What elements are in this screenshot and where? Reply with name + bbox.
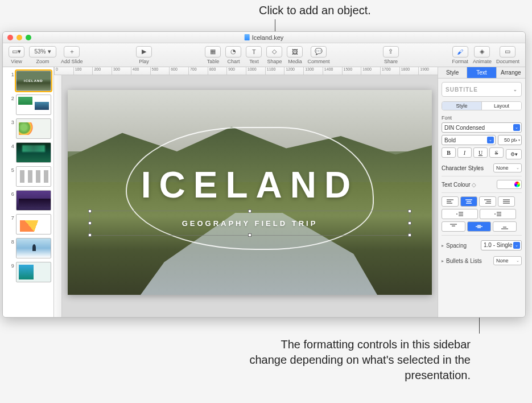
tab-text[interactable]: Text xyxy=(467,67,496,78)
slide-canvas[interactable]: ICELAND GEOGRAPHY FIELD TRIP xyxy=(62,75,438,317)
paragraph-style-popup[interactable]: SUBTITLE ⌄ xyxy=(442,82,522,97)
add-slide-button[interactable]: ＋ xyxy=(64,46,80,57)
slide-title-text[interactable]: ICELAND xyxy=(68,164,432,206)
format-label: Format xyxy=(452,59,468,64)
slide-thumb-5[interactable]: 5 xyxy=(9,166,51,187)
media-button[interactable]: 🖼 xyxy=(287,46,303,57)
resize-handle[interactable] xyxy=(88,221,92,225)
spacing-disclosure[interactable]: ▸Spacing xyxy=(442,242,467,249)
valign-top-button[interactable] xyxy=(442,221,465,232)
comment-button[interactable]: 💬 xyxy=(311,46,327,57)
annotation-bottom: The formatting controls in this sidebar … xyxy=(249,337,471,383)
thumb-num: 9 xyxy=(9,263,14,269)
thumb-image xyxy=(16,262,51,282)
slide-thumb-6[interactable]: 6 xyxy=(9,190,51,211)
share-button[interactable]: ⇪ xyxy=(383,46,399,57)
slide-thumb-3[interactable]: 3 xyxy=(9,118,51,139)
bold-button[interactable]: B xyxy=(442,147,456,158)
slide-thumb-9[interactable]: 9 xyxy=(9,262,51,282)
spacing-popup[interactable]: 1.0 - Single⌄ xyxy=(481,240,522,250)
font-size-stepper[interactable]: 50 pt▲▼ xyxy=(498,135,522,145)
minimize-button[interactable] xyxy=(17,35,22,40)
text-colour-label: Text Colour ◇ xyxy=(442,182,476,188)
selection-box[interactable] xyxy=(89,211,410,236)
zoom-menu[interactable]: 53% ▾ xyxy=(29,46,56,57)
sub-tab-style[interactable]: Style xyxy=(442,102,482,110)
slide-navigator[interactable]: 1 2 3 4 5 6 7 8 9 xyxy=(3,67,54,317)
format-button[interactable]: 🖌 xyxy=(452,46,468,57)
bullets-popup[interactable]: None⌄ xyxy=(493,256,522,265)
thumb-image xyxy=(16,142,51,163)
font-weight-popup[interactable]: Bold⌄ xyxy=(442,135,496,145)
slide-thumb-4[interactable]: 4 xyxy=(9,142,51,163)
text-button[interactable]: T xyxy=(246,46,262,57)
resize-handle[interactable] xyxy=(248,233,251,237)
thumb-num: 4 xyxy=(9,143,14,149)
ruler-tick: 1400 xyxy=(323,67,342,75)
advanced-options-button[interactable]: ⚙︎▾ xyxy=(506,149,522,159)
chart-button[interactable]: ◔ xyxy=(225,46,241,57)
text-label: Text xyxy=(249,59,259,64)
slide[interactable]: ICELAND GEOGRAPHY FIELD TRIP xyxy=(68,90,432,295)
play-button[interactable]: ▶ xyxy=(136,46,152,57)
paragraph-style-value: SUBTITLE xyxy=(446,87,478,93)
share-label: Share xyxy=(384,59,398,64)
character-styles-popup[interactable]: None⌄ xyxy=(493,163,522,172)
slide-thumb-8[interactable]: 8 xyxy=(9,238,51,258)
window-controls xyxy=(7,35,31,40)
toolbar: ▭▾ View 53% ▾ Zoom ＋ Add Slide ▶ Play ▦ … xyxy=(3,43,525,67)
disclosure-icon: ▸ xyxy=(442,258,444,264)
sub-tab-layout[interactable]: Layout xyxy=(482,102,521,110)
zoom-value: 53% xyxy=(34,48,46,55)
resize-handle[interactable] xyxy=(408,233,411,237)
slide-thumb-7[interactable]: 7 xyxy=(9,214,51,235)
format-inspector: Style Text Arrange SUBTITLE ⌄ Style Layo… xyxy=(438,67,525,317)
valign-bottom-button[interactable] xyxy=(493,221,517,232)
resize-handle[interactable] xyxy=(408,221,411,225)
stepper-arrow-icon: ▲▼ xyxy=(515,136,521,144)
align-right-button[interactable] xyxy=(479,196,496,207)
ruler-tick: 500 xyxy=(150,67,170,75)
resize-handle[interactable] xyxy=(88,209,92,213)
slide-thumb-1[interactable]: 1 xyxy=(9,71,51,91)
outdent-button[interactable] xyxy=(442,209,478,219)
resize-handle[interactable] xyxy=(88,233,92,237)
table-button[interactable]: ▦ xyxy=(205,46,221,57)
inspector-tabs: Style Text Arrange xyxy=(438,67,525,79)
strikethrough-button[interactable]: S xyxy=(489,147,504,158)
indent-controls xyxy=(442,209,522,219)
character-styles-label: Character Styles xyxy=(442,165,484,171)
align-justify-button[interactable] xyxy=(498,196,515,207)
tab-arrange[interactable]: Arrange xyxy=(497,67,525,78)
font-weight-value: Bold xyxy=(444,137,456,143)
font-family-popup[interactable]: DIN Condensed⌄ xyxy=(442,122,522,133)
indent-button[interactable] xyxy=(480,209,516,219)
ruler-tick: 600 xyxy=(169,67,188,75)
resize-handle[interactable] xyxy=(248,209,251,213)
ruler-tick: 1000 xyxy=(246,67,265,75)
zoom-label: Zoom xyxy=(36,59,49,64)
valign-middle-button[interactable] xyxy=(467,221,491,232)
document-button[interactable]: ▭ xyxy=(500,46,515,57)
thumb-num: 2 xyxy=(9,96,14,101)
thumb-image xyxy=(16,118,51,139)
bullets-disclosure[interactable]: ▸Bullets & Lists xyxy=(442,258,482,264)
align-center-button[interactable] xyxy=(460,196,477,207)
underline-button[interactable]: U xyxy=(473,147,488,158)
thumb-num: 1 xyxy=(9,72,14,77)
shape-button[interactable]: ◇ xyxy=(266,46,282,57)
italic-button[interactable]: I xyxy=(457,147,472,158)
resize-handle[interactable] xyxy=(408,209,411,213)
view-button[interactable]: ▭▾ xyxy=(9,46,24,57)
slide-thumb-2[interactable]: 2 xyxy=(9,94,51,115)
thumb-image xyxy=(16,238,51,258)
bullets-label: Bullets & Lists xyxy=(446,258,482,264)
close-button[interactable] xyxy=(7,35,13,40)
text-colour-well[interactable] xyxy=(497,180,522,189)
canvas-area: 0 100 200 300 400 500 600 700 800 900 10… xyxy=(54,67,438,317)
media-label: Media xyxy=(288,59,302,64)
align-left-button[interactable] xyxy=(442,196,459,207)
fullscreen-button[interactable] xyxy=(26,35,31,40)
animate-button[interactable]: ◈ xyxy=(474,46,490,57)
tab-style[interactable]: Style xyxy=(438,67,467,78)
